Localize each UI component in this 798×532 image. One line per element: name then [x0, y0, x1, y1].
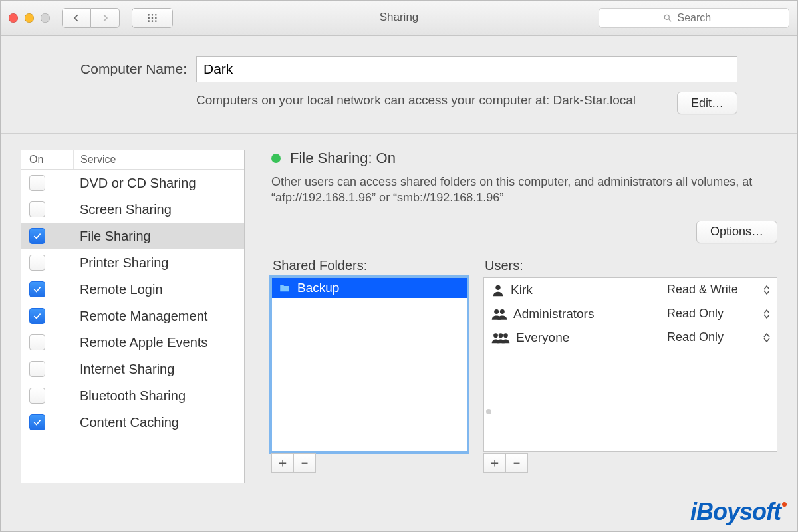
- service-checkbox[interactable]: [29, 308, 45, 324]
- services-header: On Service: [21, 150, 244, 170]
- user-permission-selector[interactable]: Read & Write: [660, 278, 777, 302]
- shared-folders-list[interactable]: Backup: [271, 277, 467, 452]
- services-table: On Service DVD or CD Sharing Screen Shar…: [21, 150, 245, 483]
- service-row[interactable]: Remote Management: [21, 303, 244, 329]
- service-status-title: File Sharing: On: [290, 150, 396, 167]
- watermark: iBoysoft: [690, 498, 785, 526]
- service-row[interactable]: Remote Apple Events: [21, 329, 244, 356]
- user-row[interactable]: Everyone: [484, 326, 660, 350]
- add-folder-button[interactable]: ＋: [271, 453, 294, 473]
- service-label: Screen Sharing: [73, 202, 244, 217]
- svg-point-16: [503, 333, 508, 338]
- service-label: File Sharing: [73, 229, 244, 244]
- service-status-desc: Other users can access shared folders on…: [271, 174, 763, 206]
- svg-point-12: [494, 309, 499, 314]
- back-button[interactable]: [62, 8, 91, 28]
- search-input[interactable]: [676, 11, 726, 25]
- window-title: Sharing: [380, 11, 419, 24]
- svg-point-5: [155, 17, 157, 19]
- service-checkbox[interactable]: [29, 334, 45, 350]
- service-label: Internet Sharing: [73, 362, 244, 377]
- service-checkbox[interactable]: [29, 281, 45, 297]
- remove-folder-button[interactable]: －: [294, 453, 316, 473]
- service-row[interactable]: File Sharing: [21, 223, 244, 249]
- chevron-right-icon: [100, 13, 110, 23]
- svg-point-15: [499, 333, 503, 338]
- user-row[interactable]: Administrators: [484, 302, 660, 326]
- service-checkbox[interactable]: [29, 361, 45, 377]
- window-controls: [9, 13, 50, 23]
- users-pair-icon: [491, 307, 508, 321]
- svg-point-0: [148, 14, 150, 16]
- computer-name-subtext: Computers on your local network can acce…: [196, 92, 657, 109]
- service-checkbox[interactable]: [29, 175, 45, 191]
- svg-point-14: [493, 333, 498, 338]
- stepper-icon: [763, 285, 770, 295]
- computer-name-input[interactable]: [196, 56, 737, 82]
- service-checkbox[interactable]: [29, 201, 45, 217]
- show-all-button[interactable]: [132, 8, 173, 28]
- shared-folders-column: Shared Folders: Backup ＋ －: [271, 258, 467, 473]
- service-label: Remote Management: [73, 309, 244, 324]
- service-row[interactable]: Bluetooth Sharing: [21, 382, 244, 409]
- add-user-button[interactable]: ＋: [483, 453, 506, 473]
- zoom-window-button[interactable]: [41, 13, 50, 23]
- user-name: Everyone: [516, 331, 569, 345]
- user-row[interactable]: Kirk: [484, 278, 660, 302]
- service-label: Remote Apple Events: [73, 335, 244, 350]
- service-row[interactable]: Remote Login: [21, 276, 244, 303]
- nav-buttons: [62, 8, 120, 28]
- chevron-left-icon: [72, 13, 81, 23]
- users-list[interactable]: KirkAdministratorsEveryone Read & Write …: [483, 277, 777, 452]
- service-row[interactable]: Internet Sharing: [21, 356, 244, 382]
- user-permission-label: Read & Write: [667, 283, 738, 297]
- service-row[interactable]: Printer Sharing: [21, 249, 244, 276]
- user-permission-selector[interactable]: Read Only: [660, 302, 777, 326]
- minimize-window-button[interactable]: [25, 13, 34, 23]
- close-window-button[interactable]: [9, 13, 18, 23]
- edit-hostname-button[interactable]: Edit…: [677, 92, 737, 114]
- shared-folder-item[interactable]: Backup: [272, 278, 467, 298]
- users-heading: Users:: [485, 258, 777, 273]
- search-icon: [663, 13, 672, 23]
- toolbar: Sharing: [1, 1, 797, 36]
- search-field[interactable]: [598, 8, 789, 28]
- sharing-prefpane-window: Sharing Computer Name: Computers on your…: [0, 0, 798, 532]
- svg-point-11: [495, 285, 500, 289]
- svg-point-8: [155, 20, 157, 22]
- stepper-icon: [763, 309, 770, 319]
- grid-icon: [145, 13, 160, 23]
- service-checkbox[interactable]: [29, 414, 45, 430]
- main-area: On Service DVD or CD Sharing Screen Shar…: [1, 134, 797, 531]
- svg-point-1: [152, 14, 154, 16]
- shared-folder-name: Backup: [297, 281, 339, 295]
- users-group-icon: [491, 331, 511, 345]
- forward-button[interactable]: [91, 8, 120, 28]
- user-name: Administrators: [513, 307, 594, 321]
- users-column: Users: KirkAdministratorsEveryone Read &…: [483, 258, 777, 473]
- options-button[interactable]: Options…: [696, 221, 777, 243]
- svg-point-7: [152, 20, 154, 22]
- stepper-icon: [763, 333, 770, 342]
- service-row[interactable]: DVD or CD Sharing: [21, 170, 244, 196]
- svg-point-13: [500, 309, 505, 314]
- service-checkbox[interactable]: [29, 228, 45, 244]
- svg-point-2: [155, 14, 157, 16]
- computer-name-label: Computer Name:: [61, 61, 187, 77]
- user-permission-selector[interactable]: Read Only: [660, 326, 777, 350]
- service-row[interactable]: Screen Sharing: [21, 196, 244, 223]
- service-label: Printer Sharing: [73, 255, 244, 271]
- svg-point-3: [148, 17, 150, 19]
- service-row[interactable]: Content Caching: [21, 409, 244, 436]
- remove-user-button[interactable]: －: [506, 453, 528, 473]
- service-checkbox[interactable]: [29, 255, 45, 271]
- service-checkbox[interactable]: [29, 388, 45, 404]
- service-label: DVD or CD Sharing: [73, 176, 244, 191]
- user-permission-label: Read Only: [667, 331, 724, 344]
- service-label: Content Caching: [73, 415, 244, 430]
- svg-point-4: [152, 17, 154, 19]
- service-label: Bluetooth Sharing: [73, 388, 244, 404]
- user-icon: [491, 283, 505, 297]
- svg-line-10: [668, 19, 671, 22]
- resize-handle-icon[interactable]: [486, 409, 491, 414]
